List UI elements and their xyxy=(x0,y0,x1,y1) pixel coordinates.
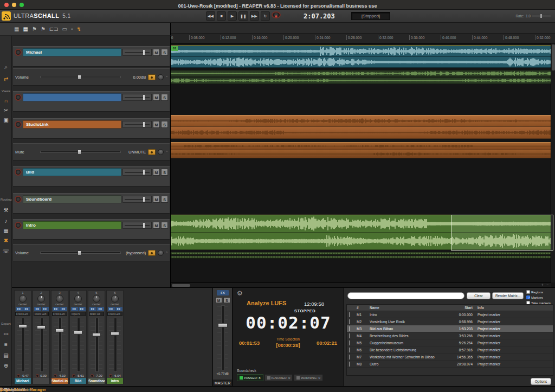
marker-row[interactable]: M4 Beschreibung des Bildes 3:53.266 Proj… xyxy=(347,332,553,339)
filter-checkbox[interactable]: Regions xyxy=(526,290,551,294)
channel-volume-fader[interactable] xyxy=(33,317,49,373)
zoom-out-button[interactable]: − xyxy=(546,282,548,287)
track-name[interactable]: Bild xyxy=(23,168,121,176)
output-route-selector[interactable]: Front Left xyxy=(34,312,49,316)
output-route-selector[interactable]: Input 5 xyxy=(70,312,86,316)
render-settings-icon[interactable]: ≡ xyxy=(0,342,12,348)
record-arm-button[interactable] xyxy=(54,374,57,377)
output-route-selector[interactable]: Front Left xyxy=(52,312,67,316)
envelope-bypass-button[interactable] xyxy=(148,149,156,155)
track-name[interactable] xyxy=(23,93,121,101)
marker-row[interactable]: M8 Outro 20:08.074 Project marker xyxy=(347,361,553,368)
output-route-selector[interactable]: Front Left xyxy=(107,312,122,316)
marker-row-checkbox[interactable] xyxy=(349,333,350,338)
channel-volume-fader[interactable] xyxy=(15,317,31,373)
mute-button[interactable]: M xyxy=(153,196,160,203)
master-channel-strip[interactable]: FX M S +0.77dB MASTER xyxy=(212,288,232,387)
repeat-button[interactable]: ↻ xyxy=(261,11,270,21)
solo-button[interactable]: S xyxy=(161,222,168,229)
master-solo-button[interactable]: S xyxy=(223,297,230,303)
track-panel-bild[interactable]: Bild M S xyxy=(13,166,170,187)
publish-icon[interactable]: ⊕ xyxy=(0,363,12,369)
screen-export-icon[interactable]: ▭ xyxy=(0,331,12,337)
track2-audio-item-left[interactable] xyxy=(171,70,551,77)
mute-button[interactable]: M xyxy=(153,121,160,128)
track-volume-fader[interactable] xyxy=(122,94,152,101)
record-arm-button[interactable] xyxy=(15,121,22,128)
pause-button[interactable]: ❚❚ xyxy=(238,11,248,21)
channel-name-label[interactable]: Michael xyxy=(15,378,31,384)
studiolink-mute-lane-bottom[interactable] xyxy=(171,150,551,158)
minimize-window-button[interactable] xyxy=(12,3,16,7)
fx-button[interactable]: FX xyxy=(53,307,60,311)
filter-checkbox[interactable]: Markers xyxy=(526,295,551,300)
record-arm-button[interactable] xyxy=(15,94,22,101)
fx-button[interactable]: FX xyxy=(42,307,49,311)
playrate-slider[interactable] xyxy=(532,15,551,17)
mixer-channel-strip[interactable]: 5 center FX FX MIDI: All -7.30 xyxy=(88,290,105,384)
track-volume-fader[interactable] xyxy=(122,49,152,56)
track-volume-fader[interactable] xyxy=(122,121,152,128)
stop-button[interactable]: ■ xyxy=(217,11,226,21)
mixer-channel-strip[interactable]: 1 center FX FX Front Left -0.47 xyxy=(14,290,31,384)
mute-button[interactable]: M xyxy=(153,49,160,56)
gear-icon[interactable]: ⚙ xyxy=(237,290,243,297)
marker-table-header[interactable]: # Name Start Info xyxy=(347,305,553,311)
maximize-window-button[interactable] xyxy=(20,3,24,7)
soundcheck-ignored-badge[interactable]: IGNORED: 0 xyxy=(264,374,293,381)
track-panel-soundboard[interactable]: Soundboard M S xyxy=(13,193,170,214)
close-window-button[interactable] xyxy=(4,3,9,7)
mixer-channel-strip[interactable]: 6 center FX FX Front Left -6.04 xyxy=(106,290,124,384)
envelope-fader[interactable] xyxy=(40,76,121,78)
envelope-fader[interactable] xyxy=(40,252,121,254)
master-fx-button[interactable]: FX xyxy=(217,290,229,295)
soundcheck-passed-badge[interactable]: PASSED: 8 xyxy=(237,374,263,381)
marker-row-checkbox[interactable] xyxy=(349,355,350,359)
render-matrix-button[interactable]: Render Matrix... xyxy=(492,292,524,299)
marker-row-checkbox[interactable] xyxy=(349,348,350,352)
window-titlebar[interactable]: 001-Uwe-Rosik [modified] - REAPER v6.83 … xyxy=(0,0,555,10)
cut-view-icon[interactable]: ✂ xyxy=(0,107,12,114)
play-button[interactable]: ▶ xyxy=(228,11,237,21)
pan-knob[interactable] xyxy=(74,295,82,303)
fx-button[interactable]: FX xyxy=(97,307,104,311)
fx-button[interactable]: FX xyxy=(34,307,41,311)
track-panel-2[interactable]: M S xyxy=(13,91,170,112)
track-volume-fader[interactable] xyxy=(122,222,152,229)
mute-button[interactable]: M xyxy=(153,169,160,176)
go-to-end-button[interactable]: ▶▶ xyxy=(250,11,259,21)
timeline-ruler[interactable]: 0:04.0000:08.0000:12.0000:16.0000:20.000… xyxy=(171,34,555,43)
output-route-selector[interactable]: Front Left xyxy=(15,312,30,316)
mute-routing-icon[interactable]: ✖ xyxy=(0,237,12,244)
zoom-tool-icon[interactable]: ⌕ xyxy=(0,64,12,70)
pan-knob[interactable] xyxy=(19,295,27,303)
pan-knob[interactable] xyxy=(111,295,119,303)
track-name[interactable]: StudioLink xyxy=(23,120,121,128)
channel-name-label[interactable] xyxy=(33,378,49,384)
track-name[interactable]: Intro xyxy=(23,221,121,229)
region-icon[interactable]: ▭ xyxy=(62,25,67,34)
track-panel-intro[interactable]: Intro M S xyxy=(13,219,170,240)
channel-name-label[interactable]: Intro xyxy=(107,378,123,384)
envelope-lane-volume-bypassed[interactable]: Volume (bypassed) ^ xyxy=(13,244,170,261)
michael-audio-item-right[interactable] xyxy=(171,57,551,68)
channel-volume-fader[interactable] xyxy=(70,317,86,373)
solo-button[interactable]: S xyxy=(161,94,168,101)
checkbox-icon[interactable] xyxy=(526,290,530,294)
analyze-lufs-button[interactable]: Analyze LUFS xyxy=(247,300,286,306)
envelope-lane-mute[interactable]: Mute UNMUTE ^ xyxy=(13,143,170,160)
playrate-control[interactable]: Rate: 1.0 xyxy=(515,14,551,18)
record-button[interactable]: ● xyxy=(272,11,281,18)
intro-env-strip-1[interactable] xyxy=(171,252,551,255)
chapter-export-icon[interactable]: ▤ xyxy=(0,352,12,359)
setup-routing-icon[interactable]: ⚒ xyxy=(0,207,12,214)
collapse-chevron-icon[interactable]: ^ xyxy=(166,251,167,254)
collapse-chevron-icon[interactable]: ^ xyxy=(166,150,167,153)
horizontal-scroll-thumb[interactable] xyxy=(172,284,190,287)
solo-button[interactable]: S xyxy=(161,121,168,128)
intro-env-strip-2[interactable] xyxy=(171,256,551,259)
envelope-knob[interactable] xyxy=(158,149,164,155)
envelope-knob[interactable] xyxy=(158,250,164,256)
storyboard-view-icon[interactable]: ▣ xyxy=(0,117,12,124)
soundcheck-warning-badge[interactable]: WARNING: 0 xyxy=(294,374,322,381)
